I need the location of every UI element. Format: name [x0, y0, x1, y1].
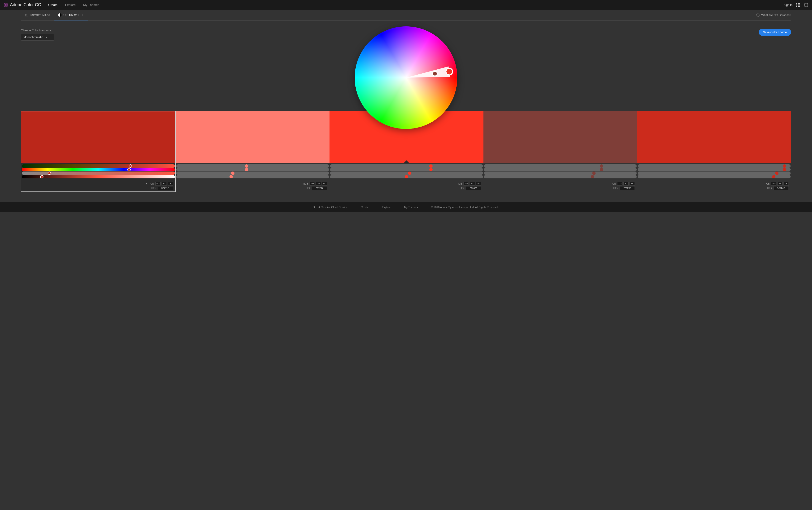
- rgb-value[interactable]: 43: [777, 182, 783, 185]
- rgb-value[interactable]: 124: [316, 182, 321, 185]
- slider-thumb[interactable]: [783, 168, 786, 171]
- slider-thumb[interactable]: [591, 175, 594, 178]
- tab-import-image[interactable]: IMPORT IMAGE: [21, 10, 54, 21]
- cc-libraries-link[interactable]: What are CC Libraries?: [756, 13, 791, 17]
- slider-thumb[interactable]: [600, 164, 603, 168]
- slider-thumb[interactable]: [230, 175, 233, 178]
- rgb-value[interactable]: 26: [168, 182, 173, 185]
- slider-hue[interactable]: [22, 168, 175, 171]
- slider-sat[interactable]: [330, 172, 483, 175]
- rgb-value[interactable]: 255: [463, 182, 469, 185]
- active-swatch-marker: [404, 160, 409, 163]
- color-wheel-label: COLOR WHEEL: [63, 13, 84, 17]
- value-group-3: RGB1276256HEX7F3E38: [484, 180, 637, 192]
- nav-my-themes[interactable]: My Themes: [83, 3, 99, 7]
- rgb-label: RGB: [303, 182, 308, 185]
- slider-hue[interactable]: [484, 168, 637, 171]
- slider-extra[interactable]: [176, 164, 329, 168]
- save-theme-button[interactable]: Save Color Theme: [759, 29, 791, 36]
- hex-label: HEX: [767, 187, 772, 189]
- slider-thumb[interactable]: [129, 164, 132, 168]
- wheel-handle-inner[interactable]: [432, 70, 438, 77]
- footer-explore[interactable]: Explore: [382, 206, 391, 209]
- tab-color-wheel[interactable]: COLOR WHEEL: [54, 10, 88, 21]
- hex-label: HEX: [613, 187, 618, 189]
- slider-light[interactable]: [176, 175, 329, 178]
- hex-value[interactable]: CC2B1C: [774, 186, 789, 190]
- slider-thumb[interactable]: [429, 168, 433, 171]
- slider-thumb[interactable]: [40, 175, 44, 178]
- slider-sat[interactable]: [176, 172, 329, 175]
- signin-link[interactable]: Sign In: [784, 3, 792, 7]
- rgb-value[interactable]: 39: [162, 182, 167, 185]
- rgb-value[interactable]: 112: [322, 182, 327, 185]
- rgb-value[interactable]: 187: [155, 182, 161, 185]
- hex-label: HEX: [306, 187, 311, 189]
- swatch-3[interactable]: [484, 111, 637, 163]
- slider-light[interactable]: [330, 175, 483, 178]
- hex-value[interactable]: FF3523: [466, 186, 481, 190]
- slider-thumb[interactable]: [405, 175, 408, 178]
- wheel-handle-outer[interactable]: [445, 67, 454, 76]
- harmony-label: Change Color Harmony: [21, 29, 54, 32]
- slider-hue[interactable]: [176, 168, 329, 171]
- swatch-4[interactable]: [637, 111, 791, 163]
- adobe-color-icon: [4, 3, 8, 7]
- slider-thumb[interactable]: [245, 168, 248, 171]
- hex-value[interactable]: BB271A: [158, 186, 173, 190]
- slider-thumb[interactable]: [783, 164, 786, 168]
- slider-thumb[interactable]: [408, 172, 411, 175]
- hex-value[interactable]: FF7C70: [312, 186, 327, 190]
- footer-my-themes[interactable]: My Themes: [404, 206, 418, 209]
- cc-small-icon: [756, 13, 759, 17]
- apps-grid-icon[interactable]: [796, 3, 800, 7]
- slider-sat[interactable]: [484, 172, 637, 175]
- swatch-0[interactable]: [21, 111, 176, 163]
- rgb-value[interactable]: 53: [470, 182, 475, 185]
- caret-right-icon[interactable]: [146, 183, 147, 185]
- slider-thumb[interactable]: [48, 172, 51, 175]
- slider-hue[interactable]: [330, 168, 483, 171]
- slider-panel-0: [21, 163, 176, 180]
- rgb-value[interactable]: 62: [624, 182, 629, 185]
- rgb-value[interactable]: 28: [783, 182, 789, 185]
- slider-thumb[interactable]: [245, 164, 248, 168]
- slider-thumb[interactable]: [231, 172, 234, 175]
- hex-value[interactable]: 7F3E38: [619, 186, 635, 190]
- rgb-value[interactable]: 204: [771, 182, 776, 185]
- creative-cloud-icon[interactable]: [804, 3, 808, 7]
- slider-hue[interactable]: [638, 168, 791, 171]
- slider-thumb[interactable]: [127, 168, 130, 171]
- swatch-1[interactable]: [176, 111, 330, 163]
- slider-thumb[interactable]: [600, 168, 603, 171]
- footer-create[interactable]: Create: [361, 206, 369, 209]
- nav-explore[interactable]: Explore: [65, 3, 76, 7]
- rgb-value[interactable]: 35: [476, 182, 481, 185]
- import-image-label: IMPORT IMAGE: [30, 14, 51, 17]
- app-title: Adobe Color CC: [10, 2, 41, 7]
- slider-extra[interactable]: [330, 164, 483, 168]
- rgb-value[interactable]: 56: [630, 182, 635, 185]
- rgb-value[interactable]: 127: [617, 182, 622, 185]
- slider-light[interactable]: [484, 175, 637, 178]
- color-wheel-disc[interactable]: [355, 26, 457, 129]
- rgb-value[interactable]: 255: [310, 182, 315, 185]
- footer: A Creative Cloud Service Create Explore …: [0, 202, 812, 212]
- harmony-select[interactable]: Monochromatic: [21, 34, 54, 41]
- slider-thumb[interactable]: [592, 172, 596, 175]
- nav-create[interactable]: Create: [48, 3, 57, 7]
- color-wheel-arm[interactable]: [405, 66, 450, 83]
- slider-thumb[interactable]: [429, 164, 433, 168]
- slider-light[interactable]: [22, 175, 175, 178]
- footer-copyright: © 2016 Adobe Systems Incorporated. All R…: [431, 206, 499, 209]
- slider-extra[interactable]: [638, 164, 791, 168]
- slider-light[interactable]: [638, 175, 791, 178]
- slider-extra[interactable]: [22, 164, 175, 168]
- slider-thumb[interactable]: [775, 172, 779, 175]
- slider-extra[interactable]: [484, 164, 637, 168]
- slider-sat[interactable]: [638, 172, 791, 175]
- color-wheel-widget[interactable]: [355, 26, 457, 129]
- slider-sat[interactable]: [22, 172, 175, 175]
- chevron-down-icon: [46, 37, 47, 38]
- slider-thumb[interactable]: [772, 175, 776, 178]
